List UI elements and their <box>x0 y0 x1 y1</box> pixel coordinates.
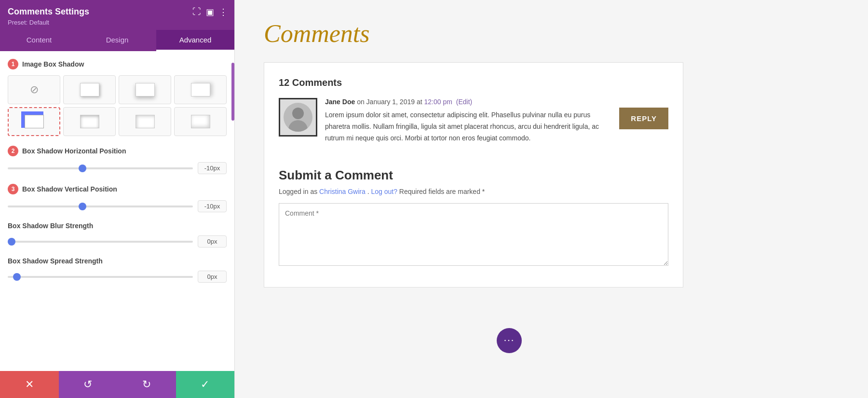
avatar-inner <box>284 103 312 132</box>
layout-icon[interactable]: ▣ <box>206 7 214 17</box>
reply-button[interactable]: REPLY <box>619 108 668 129</box>
slider2-label-row: 3 Box Shadow Vertical Position <box>8 184 227 194</box>
submit-title: Submit a Comment <box>279 168 668 183</box>
expand-icon[interactable]: ⛶ <box>192 7 201 17</box>
comment-meta: Jane Doe on January 1, 2019 at 12:00 pm … <box>325 98 611 106</box>
panel-header: Comments Settings Preset: Default ⛶ ▣ ⋮ <box>0 0 234 30</box>
logged-in-text: Logged in as Christina Gwira . Log out? … <box>279 188 668 195</box>
shadow-preview-4 <box>191 83 210 96</box>
shadow-option-none[interactable]: ⊘ <box>8 75 60 104</box>
shadow-preview-2 <box>80 83 99 96</box>
step-number-3: 3 <box>8 184 18 194</box>
drag-bar[interactable] <box>231 63 234 121</box>
shadow-option-8[interactable] <box>174 107 227 136</box>
slider3-label-row: Box Shadow Blur Strength <box>8 222 227 230</box>
shadow-preview-5 <box>25 115 44 128</box>
slider-spread-strength: Box Shadow Spread Strength 0px <box>8 257 227 283</box>
slider2-value: -10px <box>198 200 227 212</box>
shadow-option-5[interactable] <box>8 107 60 136</box>
comment-time: 12:00 pm <box>424 98 452 106</box>
comment-body: Jane Doe on January 1, 2019 at 12:00 pm … <box>325 98 611 144</box>
panel-content: 1 Image Box Shadow ⊘ <box>0 51 234 371</box>
slider4-value: 0px <box>198 271 227 283</box>
tabs: Content Design Advanced <box>0 30 234 51</box>
shadow-options-grid: ⊘ <box>8 75 227 136</box>
shadow-preview-8 <box>191 115 210 128</box>
slider1-control: -10px <box>8 162 227 174</box>
slider-horizontal-position: 2 Box Shadow Horizontal Position -10px <box>8 146 227 174</box>
slider4-input[interactable] <box>8 276 193 278</box>
slider1-label: Box Shadow Horizontal Position <box>22 147 126 155</box>
section1-label: Image Box Shadow <box>22 60 84 68</box>
shadow-preview-6 <box>80 115 99 128</box>
action-bar: ✕ ↺ ↻ ✓ <box>0 371 234 398</box>
page-title: Comments <box>264 19 839 48</box>
shadow-option-7[interactable] <box>119 107 171 136</box>
more-icon[interactable]: ⋮ <box>219 7 228 17</box>
slider-vertical-position: 3 Box Shadow Vertical Position -10px <box>8 184 227 212</box>
comment-entry: Jane Doe on January 1, 2019 at 12:00 pm … <box>279 98 611 144</box>
submit-section: Submit a Comment Logged in as Christina … <box>279 168 668 268</box>
slider3-value: 0px <box>198 235 227 247</box>
header-icons: ⛶ ▣ ⋮ <box>192 7 228 17</box>
right-panel: Comments 12 Comments Jane Doe on January… <box>235 0 868 398</box>
slider4-control: 0px <box>8 271 227 283</box>
slider1-input[interactable] <box>8 167 193 169</box>
slider-blur-strength: Box Shadow Blur Strength 0px <box>8 222 227 247</box>
comments-count: 12 Comments <box>279 77 668 88</box>
slider1-label-row: 2 Box Shadow Horizontal Position <box>8 146 227 156</box>
shadow-option-6[interactable] <box>63 107 116 136</box>
required-text: Required fields are marked * <box>399 188 485 195</box>
slider3-control: 0px <box>8 235 227 247</box>
shadow-preview-7 <box>136 115 155 128</box>
tab-content[interactable]: Content <box>0 30 78 51</box>
redo-button[interactable]: ↻ <box>117 371 176 398</box>
tab-design[interactable]: Design <box>78 30 156 51</box>
cancel-button[interactable]: ✕ <box>0 371 59 398</box>
comment-date: on January 1, 2019 at <box>357 98 424 106</box>
avatar <box>279 98 317 137</box>
shadow-option-3[interactable] <box>119 75 171 104</box>
left-panel: Comments Settings Preset: Default ⛶ ▣ ⋮ … <box>0 0 235 398</box>
avatar-head <box>292 108 304 119</box>
slider2-input[interactable] <box>8 206 193 207</box>
step-number-2: 2 <box>8 146 18 156</box>
comments-box: 12 Comments Jane Doe on January 1, 2019 … <box>264 62 683 288</box>
slider2-label: Box Shadow Vertical Position <box>22 185 117 193</box>
slider4-label: Box Shadow Spread Strength <box>8 257 103 265</box>
comment-author: Jane Doe <box>325 98 355 106</box>
logged-in-prefix: Logged in as <box>279 188 319 195</box>
step-number-1: 1 <box>8 59 18 69</box>
panel-preset: Preset: Default <box>8 19 227 26</box>
slider3-label: Box Shadow Blur Strength <box>8 222 93 230</box>
slider3-input[interactable] <box>8 241 193 243</box>
section-image-box-shadow: 1 Image Box Shadow <box>8 59 227 69</box>
shadow-option-2[interactable] <box>63 75 116 104</box>
slider2-control: -10px <box>8 200 227 212</box>
slider1-value: -10px <box>198 162 227 174</box>
comment-row: Jane Doe on January 1, 2019 at 12:00 pm … <box>279 98 668 158</box>
floating-bubble[interactable]: ··· <box>497 328 522 353</box>
undo-button[interactable]: ↺ <box>59 371 118 398</box>
logout-link[interactable]: Log out? <box>371 188 397 195</box>
save-button[interactable]: ✓ <box>176 371 235 398</box>
shadow-preview-3 <box>136 83 155 96</box>
comment-textarea[interactable] <box>279 203 668 266</box>
tab-advanced[interactable]: Advanced <box>156 30 234 51</box>
bubble-dots-icon: ··· <box>504 334 515 347</box>
avatar-body <box>288 120 308 132</box>
comment-text: Lorem ipsum dolor sit amet, consectetur … <box>325 110 611 144</box>
slider4-label-row: Box Shadow Spread Strength <box>8 257 227 265</box>
shadow-option-4[interactable] <box>174 75 227 104</box>
username-link[interactable]: Christina Gwira <box>319 188 366 195</box>
edit-link[interactable]: (Edit) <box>456 98 472 106</box>
no-shadow-icon: ⊘ <box>30 83 39 96</box>
